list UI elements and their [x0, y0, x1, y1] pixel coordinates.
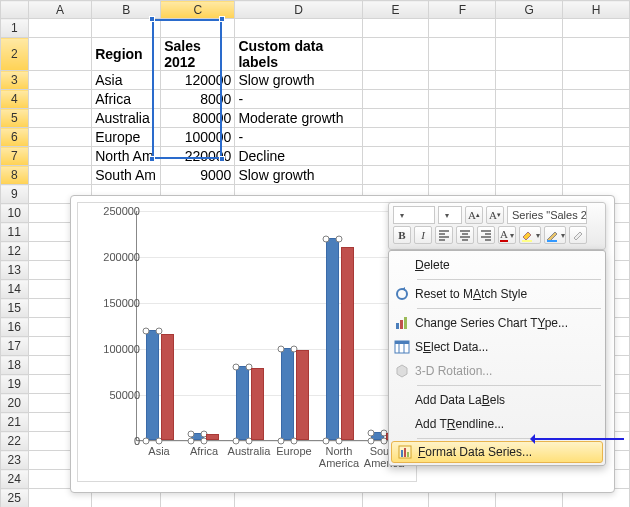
column-header-D[interactable]: D	[235, 1, 362, 19]
cell-G1[interactable]	[496, 19, 563, 38]
bar-series1[interactable]	[326, 238, 339, 440]
cell-D7[interactable]: Decline	[235, 147, 362, 166]
cell-D3[interactable]: Slow growth	[235, 71, 362, 90]
bar-series2[interactable]	[161, 334, 174, 440]
row-header-7[interactable]: 7	[1, 147, 29, 166]
cell-F2[interactable]	[429, 38, 496, 71]
cell-F6[interactable]	[429, 128, 496, 147]
column-header-H[interactable]: H	[563, 1, 630, 19]
row-header-22[interactable]: 22	[1, 432, 29, 451]
cell-C2[interactable]: Sales 2012	[161, 38, 235, 71]
chart-plot-area[interactable]: 050000100000150000200000250000 AsiaAfric…	[77, 202, 417, 482]
row-header-6[interactable]: 6	[1, 128, 29, 147]
row-header-4[interactable]: 4	[1, 90, 29, 109]
cell-A5[interactable]	[28, 109, 92, 128]
bar-series2[interactable]	[206, 434, 219, 440]
cell-H5[interactable]	[563, 109, 630, 128]
row-header-11[interactable]: 11	[1, 223, 29, 242]
cell-A4[interactable]	[28, 90, 92, 109]
cell-E6[interactable]	[362, 128, 429, 147]
cell-F3[interactable]	[429, 71, 496, 90]
cell-D4[interactable]: -	[235, 90, 362, 109]
cell-G8[interactable]	[496, 166, 563, 185]
row-header-14[interactable]: 14	[1, 280, 29, 299]
cell-B8[interactable]: South Am	[92, 166, 161, 185]
bar-series2[interactable]	[296, 350, 309, 440]
cell-A7[interactable]	[28, 147, 92, 166]
outline-color-button[interactable]	[544, 226, 566, 244]
fill-color-button[interactable]	[519, 226, 541, 244]
clear-formatting-button[interactable]	[569, 226, 587, 244]
bar-series1[interactable]	[146, 330, 159, 440]
row-header-19[interactable]: 19	[1, 375, 29, 394]
cell-C5[interactable]: 80000	[161, 109, 235, 128]
cell-F5[interactable]	[429, 109, 496, 128]
row-header-16[interactable]: 16	[1, 318, 29, 337]
cell-D5[interactable]: Moderate growth	[235, 109, 362, 128]
cell-B2[interactable]: Region	[92, 38, 161, 71]
grow-font-button[interactable]: A▴	[465, 206, 483, 224]
cell-H6[interactable]	[563, 128, 630, 147]
cell-H8[interactable]	[563, 166, 630, 185]
bar-series2[interactable]	[341, 247, 354, 440]
cell-B3[interactable]: Asia	[92, 71, 161, 90]
font-color-button[interactable]: A	[498, 226, 516, 244]
menu-delete[interactable]: Delete	[389, 253, 605, 277]
cell-E7[interactable]	[362, 147, 429, 166]
column-header-C[interactable]: C	[161, 1, 235, 19]
cell-B4[interactable]: Africa	[92, 90, 161, 109]
cell-H2[interactable]	[563, 38, 630, 71]
cell-G5[interactable]	[496, 109, 563, 128]
cell-C3[interactable]: 120000	[161, 71, 235, 90]
row-header-23[interactable]: 23	[1, 451, 29, 470]
select-all-corner[interactable]	[1, 1, 29, 19]
cell-G3[interactable]	[496, 71, 563, 90]
cell-A1[interactable]	[28, 19, 92, 38]
cell-D8[interactable]: Slow growth	[235, 166, 362, 185]
cell-D2[interactable]: Custom data labels	[235, 38, 362, 71]
row-header-13[interactable]: 13	[1, 261, 29, 280]
bar-series2[interactable]	[251, 368, 264, 440]
cell-C1[interactable]	[161, 19, 235, 38]
cell-F7[interactable]	[429, 147, 496, 166]
cell-A3[interactable]	[28, 71, 92, 90]
cell-E5[interactable]	[362, 109, 429, 128]
row-header-3[interactable]: 3	[1, 71, 29, 90]
shrink-font-button[interactable]: A▾	[486, 206, 504, 224]
align-right-button[interactable]	[477, 226, 495, 244]
cell-A2[interactable]	[28, 38, 92, 71]
row-header-10[interactable]: 10	[1, 204, 29, 223]
column-header-B[interactable]: B	[92, 1, 161, 19]
cell-C8[interactable]: 9000	[161, 166, 235, 185]
cell-B7[interactable]: North Am	[92, 147, 161, 166]
cell-C6[interactable]: 100000	[161, 128, 235, 147]
column-header-F[interactable]: F	[429, 1, 496, 19]
cell-B1[interactable]	[92, 19, 161, 38]
cell-A8[interactable]	[28, 166, 92, 185]
embedded-chart[interactable]: 050000100000150000200000250000 AsiaAfric…	[70, 195, 615, 493]
cell-H4[interactable]	[563, 90, 630, 109]
row-header-17[interactable]: 17	[1, 337, 29, 356]
cell-G6[interactable]	[496, 128, 563, 147]
row-header-9[interactable]: 9	[1, 185, 29, 204]
bar-series1[interactable]	[236, 366, 249, 440]
row-header-1[interactable]: 1	[1, 19, 29, 38]
cell-E3[interactable]	[362, 71, 429, 90]
cell-H1[interactable]	[563, 19, 630, 38]
menu-add-trendline[interactable]: Add TRendline...	[389, 412, 605, 436]
bold-button[interactable]: B	[393, 226, 411, 244]
cell-B5[interactable]: Australia	[92, 109, 161, 128]
cell-E4[interactable]	[362, 90, 429, 109]
chart-element-selector[interactable]: Series "Sales 20	[507, 206, 587, 224]
cell-E1[interactable]	[362, 19, 429, 38]
cell-B6[interactable]: Europe	[92, 128, 161, 147]
row-header-20[interactable]: 20	[1, 394, 29, 413]
row-header-12[interactable]: 12	[1, 242, 29, 261]
cell-D1[interactable]	[235, 19, 362, 38]
italic-button[interactable]: I	[414, 226, 432, 244]
row-header-25[interactable]: 25	[1, 489, 29, 508]
row-header-24[interactable]: 24	[1, 470, 29, 489]
menu-add-data-labels[interactable]: Add Data LaBels	[389, 388, 605, 412]
column-header-E[interactable]: E	[362, 1, 429, 19]
align-left-button[interactable]	[435, 226, 453, 244]
